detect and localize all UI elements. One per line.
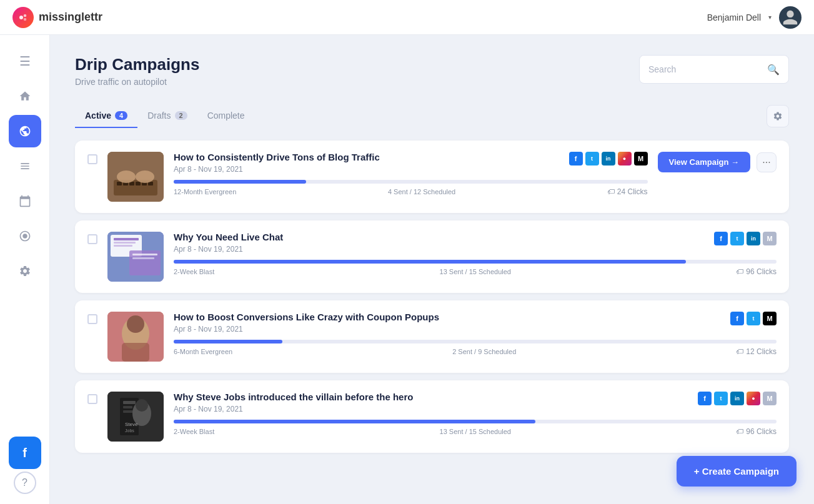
svg-rect-15 <box>114 238 139 240</box>
campaign-checkbox[interactable] <box>87 314 97 324</box>
tab-drafts[interactable]: Drafts 2 <box>137 104 197 128</box>
campaign-social-col: f t in ● M <box>569 152 648 170</box>
sidebar-item-drip[interactable] <box>9 115 41 147</box>
tab-active-badge: 4 <box>115 111 127 120</box>
chevron-down-icon[interactable]: ▾ <box>768 14 772 21</box>
progress-bar <box>174 180 648 184</box>
social-icons: f t M <box>730 312 777 325</box>
more-options-button[interactable]: ··· <box>757 152 777 172</box>
sidebar-item-home[interactable] <box>9 80 41 112</box>
campaign-title: Why Steve Jobs introduced the villain be… <box>174 392 698 402</box>
view-campaign-button[interactable]: View Campaign → <box>658 152 750 172</box>
svg-point-31 <box>136 399 148 412</box>
create-campaign-button[interactable]: + Create Campaign <box>677 456 797 487</box>
settings-button[interactable] <box>767 105 789 127</box>
campaign-checkbox[interactable] <box>87 394 97 404</box>
page-header: Drip Campaigns Drive traffic on autopilo… <box>75 55 789 87</box>
social-icon-facebook[interactable]: f <box>698 392 712 405</box>
social-icons: f t in ● M <box>698 392 777 405</box>
logo-icon <box>12 7 34 28</box>
sidebar-item-menu[interactable]: ☰ <box>9 45 41 77</box>
tab-complete[interactable]: Complete <box>197 104 255 128</box>
campaign-type: 2-Week Blast <box>174 268 214 275</box>
campaign-dates: Apr 8 - Nov 19, 2021 <box>174 405 698 413</box>
social-icon-linkedin[interactable]: in <box>730 392 744 405</box>
campaign-clicks: 🏷 96 Clicks <box>736 427 777 436</box>
campaign-checkbox[interactable] <box>87 154 97 164</box>
sidebar-item-help[interactable]: ? <box>14 472 36 494</box>
social-icon-medium-dim[interactable]: M <box>763 232 777 245</box>
svg-rect-5 <box>117 182 122 185</box>
tab-active[interactable]: Active 4 <box>75 104 137 128</box>
campaign-header-row: How to Boost Conversions Like Crazy with… <box>174 312 777 340</box>
social-icon-facebook[interactable]: f <box>730 312 744 325</box>
page-title-group: Drip Campaigns Drive traffic on autopilo… <box>75 55 199 87</box>
progress-bar <box>174 420 777 423</box>
campaign-content: How to Consistently Drive Tons of Blog T… <box>174 152 648 196</box>
user-name[interactable]: Benjamin Dell <box>707 12 761 22</box>
social-icon-twitter[interactable]: t <box>747 312 760 325</box>
campaign-clicks: 🏷 12 Clicks <box>736 347 777 356</box>
facebook-button[interactable]: f <box>9 437 41 469</box>
social-icon-facebook[interactable]: f <box>714 232 728 245</box>
sidebar-item-settings[interactable] <box>9 255 41 287</box>
sidebar-item-analytics[interactable] <box>9 220 41 252</box>
svg-rect-27 <box>123 401 136 404</box>
campaign-card: How to Boost Conversions Like Crazy with… <box>75 300 789 373</box>
main-content: Drip Campaigns Drive traffic on autopilo… <box>50 35 814 504</box>
campaign-title: How to Consistently Drive Tons of Blog T… <box>174 152 569 162</box>
search-icon: 🔍 <box>767 64 780 76</box>
social-icon-linkedin[interactable]: in <box>602 152 615 166</box>
campaign-dates: Apr 8 - Nov 19, 2021 <box>174 165 569 174</box>
avatar[interactable] <box>779 6 802 29</box>
sidebar-item-templates[interactable] <box>9 150 41 182</box>
svg-text:Jobs: Jobs <box>125 428 134 433</box>
social-icons: f t in ● M <box>569 152 648 166</box>
social-icon-twitter[interactable]: t <box>714 392 728 405</box>
topnav: missinglettr Benjamin Dell ▾ <box>0 0 814 35</box>
campaign-social-col: f t in M <box>714 232 777 250</box>
svg-point-2 <box>24 17 27 21</box>
social-icon-twitter[interactable]: t <box>585 152 599 166</box>
svg-point-11 <box>117 170 136 183</box>
social-icon-medium[interactable]: M <box>763 312 777 325</box>
social-icon-medium-dim[interactable]: M <box>763 392 777 405</box>
campaign-card: How to Consistently Drive Tons of Blog T… <box>75 141 789 213</box>
campaign-title-col: How to Consistently Drive Tons of Blog T… <box>174 152 569 180</box>
tab-active-label: Active <box>85 111 111 121</box>
svg-text:Steve: Steve <box>125 422 138 427</box>
social-icon-linkedin[interactable]: in <box>747 232 760 245</box>
campaign-header-row: Why Steve Jobs introduced the villain be… <box>174 392 777 420</box>
social-icon-instagram[interactable]: ● <box>747 392 760 405</box>
campaign-meta: 2-Week Blast 13 Sent / 15 Scheduled 🏷 96… <box>174 427 777 436</box>
tabs-row: Active 4 Drafts 2 Complete <box>75 104 789 128</box>
svg-rect-24 <box>122 343 149 362</box>
search-input[interactable] <box>648 64 767 74</box>
search-bar[interactable]: 🔍 <box>639 55 789 84</box>
progress-bar-fill <box>174 340 282 343</box>
campaign-type: 12-Month Evergreen <box>174 188 236 195</box>
social-icon-facebook[interactable]: f <box>569 152 583 166</box>
campaign-meta: 12-Month Evergreen 4 Sent / 12 Scheduled… <box>174 187 648 196</box>
campaign-header-row: Why You Need Live Chat Apr 8 - Nov 19, 2… <box>174 232 777 260</box>
layout: ☰ f ? Drip Campaigns Drive <box>0 0 814 504</box>
campaign-meta: 2-Week Blast 13 Sent / 15 Scheduled 🏷 96… <box>174 267 777 276</box>
topnav-right: Benjamin Dell ▾ <box>707 6 802 29</box>
clicks-icon: 🏷 <box>736 347 743 356</box>
social-icon-twitter[interactable]: t <box>730 232 744 245</box>
progress-bar <box>174 340 777 343</box>
campaign-body: How to Boost Conversions Like Crazy with… <box>174 312 777 356</box>
campaign-content: Why Steve Jobs introduced the villain be… <box>174 392 777 436</box>
social-icon-instagram[interactable]: ● <box>618 152 632 166</box>
svg-point-0 <box>19 16 23 19</box>
social-icons: f t in M <box>714 232 777 245</box>
campaign-social-col: f t M <box>730 312 777 330</box>
clicks-icon: 🏷 <box>736 427 743 436</box>
social-icon-medium[interactable]: M <box>634 152 648 166</box>
campaign-clicks: 🏷 24 Clicks <box>607 187 648 196</box>
page-subtitle: Drive traffic on autopilot <box>75 77 199 87</box>
campaign-checkbox[interactable] <box>87 234 97 244</box>
logo[interactable]: missinglettr <box>12 7 102 28</box>
sidebar-item-calendar[interactable] <box>9 185 41 217</box>
campaign-title-col: Why Steve Jobs introduced the villain be… <box>174 392 698 420</box>
